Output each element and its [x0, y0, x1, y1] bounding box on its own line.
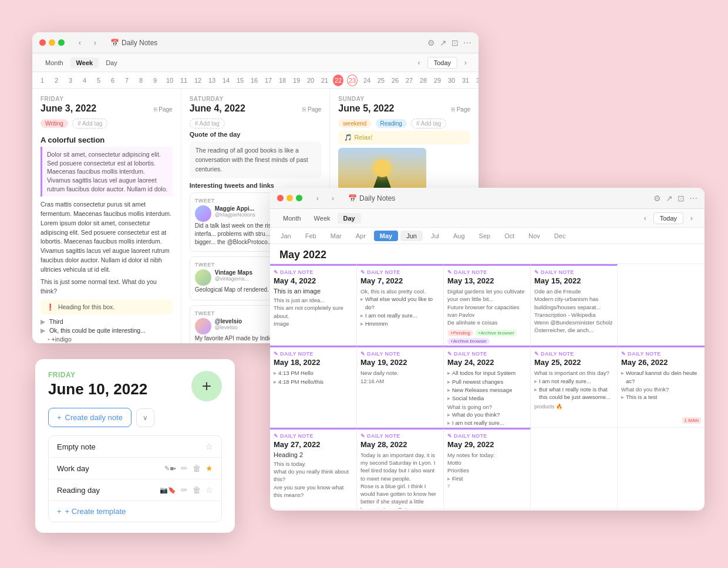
date-21[interactable]: 21: [319, 76, 329, 85]
tab-month[interactable]: Month: [39, 58, 69, 68]
month-jul[interactable]: Jul: [425, 231, 445, 241]
month-dec[interactable]: Dec: [548, 231, 572, 241]
day3-add-tag[interactable]: # Add tag: [411, 119, 446, 129]
cal-cell-may27[interactable]: ✎ DAILY NOTE May 27, 2022 Heading 2 This…: [270, 428, 357, 509]
day3-tag-reading[interactable]: Reading: [376, 119, 407, 128]
date-26[interactable]: 26: [389, 76, 400, 85]
cal-prev-button[interactable]: ‹: [639, 212, 651, 224]
date-1[interactable]: 1: [37, 76, 48, 85]
date-31[interactable]: 31: [460, 76, 470, 85]
maximize-dot[interactable]: [58, 39, 65, 46]
cal-share-icon[interactable]: ↗: [666, 194, 673, 203]
workday-pencil-icon[interactable]: ✏: [181, 464, 188, 473]
date-15[interactable]: 15: [234, 76, 245, 85]
day3-tag-weekend[interactable]: weekend: [338, 119, 371, 128]
fullscreen-icon[interactable]: ⊡: [451, 38, 459, 48]
cal-fullscreen-icon[interactable]: ⊡: [678, 194, 685, 203]
cal-cell-may18[interactable]: ✎ DAILY NOTE May 18, 2022 4:13 PM Hello …: [270, 346, 357, 427]
date-3[interactable]: 3: [65, 76, 76, 85]
date-17[interactable]: 17: [262, 76, 273, 85]
date-28[interactable]: 28: [417, 76, 428, 85]
plus-button[interactable]: +: [191, 371, 222, 401]
cal-cell-may7[interactable]: ✎ DAILY NOTE May 7, 2022 Ok, this is als…: [357, 264, 444, 346]
template-item-empty[interactable]: Empty note ☆: [49, 436, 221, 458]
settings-icon[interactable]: ⚙: [427, 38, 435, 48]
cal-tab-month[interactable]: Month: [277, 213, 307, 224]
cal-close-dot[interactable]: [277, 195, 284, 201]
cal-cell-may28[interactable]: ✎ DAILY NOTE May 28, 2022 Today is an im…: [357, 428, 444, 509]
date-24[interactable]: 24: [361, 76, 372, 85]
month-oct[interactable]: Oct: [498, 231, 520, 241]
create-daily-note-button[interactable]: + Create daily note: [48, 408, 132, 427]
date-8[interactable]: 8: [136, 76, 146, 85]
tab-week[interactable]: Week: [70, 58, 99, 68]
cal-next-button[interactable]: ›: [686, 212, 697, 224]
create-template-button[interactable]: + + Create template: [49, 501, 221, 522]
tab-day[interactable]: Day: [100, 58, 123, 68]
readingday-pencil-icon[interactable]: ✏: [181, 485, 188, 495]
cal-cell-may4[interactable]: ✎ DAILY NOTE May 4, 2022 This is an imag…: [270, 264, 357, 346]
date-2[interactable]: 2: [51, 76, 62, 85]
cal-cell-may19[interactable]: ✎ DAILY NOTE May 19, 2022 New daily note…: [357, 346, 444, 427]
day1-tag-writing[interactable]: Writing: [41, 119, 68, 128]
cal-cell-may15[interactable]: ✎ DAILY NOTE May 15, 2022 Ode an die Fre…: [531, 264, 618, 346]
template-dropdown-button[interactable]: ∨: [136, 408, 154, 427]
cal-cell-may26[interactable]: ✎ DAILY NOTE May 26, 2022 Worauf kannst …: [618, 346, 705, 427]
month-jun[interactable]: Jun: [400, 231, 423, 241]
day1-toggle2[interactable]: ▶ Ok, this could be quite interesting...: [41, 327, 173, 334]
cal-forward-button[interactable]: ›: [327, 192, 339, 204]
month-sep[interactable]: Sep: [473, 231, 497, 241]
cal-tab-week[interactable]: Week: [308, 213, 336, 224]
date-4[interactable]: 4: [79, 76, 90, 85]
date-10[interactable]: 10: [164, 76, 174, 85]
date-9[interactable]: 9: [150, 76, 160, 85]
close-dot[interactable]: [39, 39, 46, 46]
readingday-trash-icon[interactable]: 🗑: [193, 485, 201, 495]
date-20[interactable]: 20: [305, 76, 315, 85]
day1-page-link[interactable]: ⎘ Page: [154, 106, 173, 113]
date-6[interactable]: 6: [107, 76, 118, 85]
workday-trash-icon[interactable]: 🗑: [193, 464, 201, 473]
cal-cell-may25[interactable]: ✎ DAILY NOTE May 25, 2022 What is import…: [531, 346, 618, 427]
day1-add-tag[interactable]: # Add tag: [72, 119, 107, 129]
cal-cell-may29[interactable]: ✎ DAILY NOTE May 29, 2022 My notes for t…: [444, 428, 531, 509]
back-button[interactable]: ‹: [74, 37, 86, 49]
cal-cell-may24[interactable]: ✎ DAILY NOTE May 24, 2022 All todos for …: [444, 346, 531, 427]
cal-minimize-dot[interactable]: [287, 195, 293, 201]
date-19[interactable]: 19: [291, 76, 301, 85]
date-12[interactable]: 12: [192, 76, 203, 85]
date-27[interactable]: 27: [403, 76, 414, 85]
date-29[interactable]: 29: [432, 76, 442, 85]
template-item-readingday[interactable]: Reading day 📷🔖 ✏ 🗑 ☆: [49, 479, 221, 501]
date-25[interactable]: 25: [375, 76, 386, 85]
date-32[interactable]: 32: [474, 76, 478, 85]
minimize-dot[interactable]: [49, 39, 55, 46]
template-item-workday[interactable]: Work day ✎■▪ ✏ 🗑 ★: [49, 458, 221, 479]
date-today[interactable]: 22: [333, 75, 343, 86]
month-aug[interactable]: Aug: [447, 231, 471, 241]
next-week-button[interactable]: ›: [460, 57, 471, 69]
date-near[interactable]: 23: [347, 75, 358, 86]
date-11[interactable]: 11: [178, 76, 188, 85]
today-button[interactable]: Today: [427, 57, 457, 69]
date-14[interactable]: 14: [220, 76, 231, 85]
day2-add-tag[interactable]: # Add tag: [190, 119, 225, 129]
month-feb[interactable]: Feb: [299, 231, 322, 241]
workday-star-icon[interactable]: ★: [205, 464, 213, 473]
cal-more-icon[interactable]: ⋯: [689, 194, 697, 203]
date-13[interactable]: 13: [206, 76, 217, 85]
cal-back-button[interactable]: ‹: [312, 192, 323, 204]
day2-page-link[interactable]: ⎘ Page: [302, 106, 321, 113]
cal-today-button[interactable]: Today: [653, 212, 683, 224]
forward-button[interactable]: ›: [89, 37, 101, 49]
date-16[interactable]: 16: [248, 76, 259, 85]
month-apr[interactable]: Apr: [350, 231, 372, 241]
date-30[interactable]: 30: [446, 76, 456, 85]
readingday-star-icon[interactable]: ☆: [205, 485, 213, 495]
cal-cell-may13[interactable]: ✎ DAILY NOTE May 13, 2022 Digital garden…: [444, 264, 531, 346]
month-nov[interactable]: Nov: [523, 231, 546, 241]
cal-settings-icon[interactable]: ⚙: [653, 194, 661, 203]
share-icon[interactable]: ↗: [440, 38, 447, 48]
cal-maximize-dot[interactable]: [296, 195, 302, 201]
month-may[interactable]: May: [374, 231, 398, 241]
